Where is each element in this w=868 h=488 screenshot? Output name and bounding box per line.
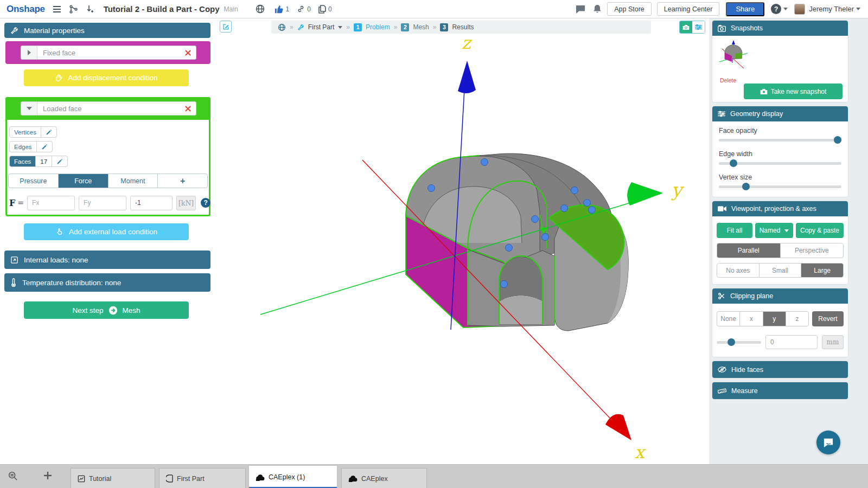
workspace-name[interactable]: Main [224,5,238,13]
tutorial-doc-icon [78,475,85,483]
share-button[interactable]: Share [726,2,764,16]
screenshot-camera-button[interactable] [680,21,692,33]
copy-paste-view-button[interactable]: Copy & paste [796,223,844,238]
tab-moment[interactable]: Moment [108,174,158,188]
step-mesh[interactable]: Mesh [413,23,429,31]
clip-offset-input[interactable] [765,335,818,349]
take-new-snapshot-button[interactable]: Take new snapshot [744,84,843,99]
user-name[interactable]: Jeremy Theler [809,5,854,13]
clipping-plane-header[interactable]: Clipping plane [712,288,848,304]
snapshots-header[interactable]: Snapshots [712,21,848,36]
no-axes-button[interactable]: No axes [717,264,759,277]
vertex-size-slider[interactable] [719,185,841,188]
delete-fixed-face-button[interactable] [180,46,196,59]
temperature-distribution-header[interactable]: Temperature distribution: none [4,273,210,292]
camera-icon [760,88,768,95]
link-icon[interactable] [297,5,305,13]
snapshots-panel: Snapshots Delete [712,21,848,102]
hamburger-menu-icon[interactable] [53,5,61,13]
comments-icon[interactable] [576,5,585,14]
loaded-face-condition: Vertices Edges Faces 17 Pressure [5,97,210,216]
fy-input[interactable] [79,196,126,210]
force-help-button[interactable]: ? [201,198,210,208]
next-step-mesh-button[interactable]: Next step Mesh [24,301,189,319]
revert-clip-button[interactable]: Revert [812,311,844,326]
vertex-size-knob[interactable] [742,183,750,190]
copy-workspace-icon[interactable] [318,5,326,14]
fx-input[interactable] [27,196,75,210]
step-results[interactable]: Results [452,23,474,31]
material-properties-header[interactable]: Material properties [4,23,210,38]
part-caret-icon[interactable] [338,26,342,29]
clip-offset-knob[interactable] [727,338,735,346]
user-avatar[interactable] [794,4,805,15]
fz-input[interactable] [130,196,173,210]
expand-fixed-face-button[interactable] [21,46,37,59]
snapshot-thumbnail[interactable] [718,39,749,74]
display-options-button[interactable] [692,21,705,33]
insert-version-icon[interactable] [86,5,94,14]
edit-faces-pencil-icon[interactable] [52,156,67,166]
force-symbol: F [9,198,15,208]
named-views-button[interactable]: Named [755,223,793,238]
edit-edges-pencil-icon[interactable] [36,142,52,152]
clip-x-button[interactable]: x [739,312,762,326]
breadcrumb-part[interactable]: First Part [308,23,335,31]
face-opacity-knob[interactable] [834,136,841,144]
globe-icon[interactable] [278,23,286,31]
chat-support-button[interactable] [816,431,840,454]
clip-y-button[interactable]: y [763,312,786,326]
app-store-button[interactable]: App Store [607,2,652,16]
perspective-projection-button[interactable]: Perspective [780,243,844,258]
fixed-face-condition [5,41,210,64]
faces-selector[interactable]: Faces 17 [9,156,68,167]
viewpoint-header[interactable]: Viewpoint, projection & axes [712,201,848,216]
onshape-logo[interactable]: Onshape [7,4,45,15]
globe-icon[interactable] [256,4,265,14]
vertices-selector[interactable]: Vertices [9,126,57,138]
tab-force[interactable]: Force [58,174,108,188]
add-external-load-condition-button[interactable]: Add external load condition [24,223,189,240]
tab-first-part[interactable]: First Part [159,468,246,488]
edge-width-slider[interactable] [719,162,841,165]
clip-offset-slider[interactable] [717,341,761,344]
thumbs-up-icon[interactable] [275,5,284,14]
large-axes-button[interactable]: Large [801,264,843,277]
step-problem[interactable]: Problem [366,23,390,31]
parallel-projection-button[interactable]: Parallel [717,243,780,258]
edit-vertices-pencil-icon[interactable] [41,127,56,137]
edges-selector[interactable]: Edges [9,141,53,152]
3d-viewport[interactable]: z y x » First Part » 1 Problem » 2 Mesh … [213,18,709,464]
tab-caeplex[interactable]: CAEplex [341,468,427,488]
small-axes-button[interactable]: Small [759,264,801,277]
add-load-type-tab[interactable]: + [157,174,207,188]
tab-caeplex-1[interactable]: CAEplex (1) [248,465,337,488]
tab-pressure[interactable]: Pressure [9,174,58,188]
clip-none-button[interactable]: None [717,312,739,326]
edit-mode-button[interactable] [220,21,232,33]
search-tabs-button[interactable] [8,471,18,481]
fork-count: 0 [328,5,332,13]
collapse-loaded-face-button[interactable] [21,102,37,115]
measure-header[interactable]: Measure [712,382,848,399]
add-tab-button[interactable] [43,471,52,480]
help-button[interactable]: ? [771,4,781,14]
delete-snapshot-link[interactable]: Delete [720,77,736,84]
fixed-face-name-input[interactable] [37,46,180,59]
versions-tree-icon[interactable] [69,5,78,14]
notifications-bell-icon[interactable] [593,4,602,14]
internal-loads-header[interactable]: Internal loads: none [4,251,210,269]
hide-faces-header[interactable]: Hide faces [712,361,848,378]
geometry-display-header[interactable]: Geometry display [712,106,848,121]
learning-center-button[interactable]: Learning Center [657,2,720,16]
faces-count: 17 [35,156,52,166]
delete-loaded-face-button[interactable] [180,102,196,115]
diagonal-arrow-box-icon [10,256,18,264]
add-displacement-condition-button[interactable]: Add displacement condition [24,69,189,86]
clip-z-button[interactable]: z [786,312,808,326]
fit-all-button[interactable]: Fit all [717,223,752,238]
edge-width-knob[interactable] [730,159,737,167]
face-opacity-slider[interactable] [719,139,841,142]
loaded-face-name-input[interactable] [37,102,180,115]
tab-tutorial[interactable]: Tutorial [71,468,155,488]
